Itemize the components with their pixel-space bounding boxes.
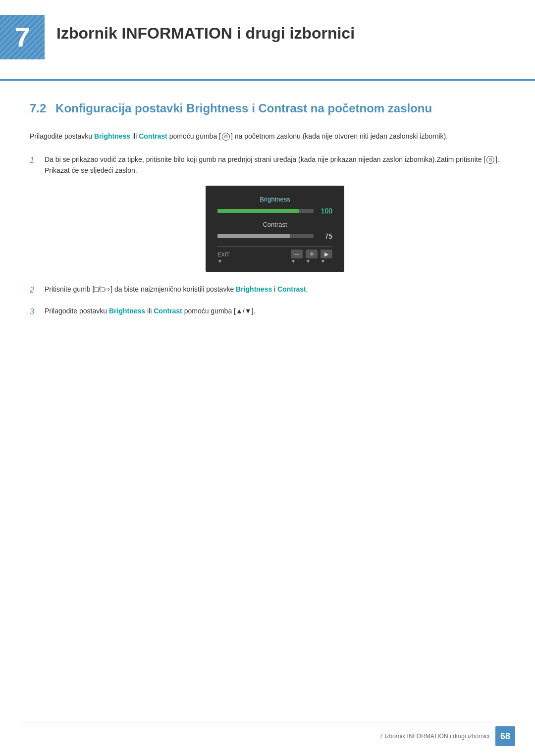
list-item-3: 3 Prilagodite postavku Brightness ili Co… <box>30 305 505 318</box>
osd-brightness-value: 100 <box>319 207 332 215</box>
section-title: 7.2 Konfiguracija postavki Brightness i … <box>30 101 505 116</box>
exit-arrow: ▼ <box>217 258 229 264</box>
page-footer: 7 Izbornik INFORMATION i drugi izbornici… <box>20 722 515 746</box>
page-header: 7 Izbornik INFORMATION i drugi izbornici <box>0 0 535 69</box>
circle-button-icon: ⊙ <box>222 133 230 141</box>
osd-brightness-label: Brightness <box>217 196 332 203</box>
btn1-area: — ▼ <box>291 250 303 264</box>
list-number-1: 1 <box>30 154 45 167</box>
list-item-2: 2 Pritisnite gumb [□/□⇨] da biste naizmj… <box>30 284 505 297</box>
osd-exit-area: EXIT ▼ <box>217 250 229 264</box>
osd-contrast-fill <box>217 234 290 238</box>
chapter-number: 7 <box>14 23 30 51</box>
contrast-label-inline: Contrast <box>139 132 167 140</box>
osd-diagram: Brightness 100 Contrast 75 EXIT ▼ <box>45 186 505 272</box>
osd-exit-label: EXIT <box>217 252 229 257</box>
btn3-arrow: ▼ <box>321 258 332 264</box>
osd-btn-plus: ✛ <box>306 250 318 258</box>
osd-footer: EXIT ▼ — ▼ ✛ ▼ ▶ ▼ <box>217 246 332 264</box>
chapter-title: Izbornik INFORMATION i drugi izbornici <box>45 15 355 43</box>
list-text-3: Prilagodite postavku Brightness ili Cont… <box>45 305 505 316</box>
brightness-label-inline: Brightness <box>94 132 130 140</box>
footer-chapter-text: 7 Izbornik INFORMATION i drugi izbornici <box>379 733 489 740</box>
osd-brightness-track <box>217 209 314 213</box>
page-content: 7.2 Konfiguracija postavki Brightness i … <box>0 101 535 318</box>
header-divider <box>0 79 535 81</box>
list-text-2: Pritisnite gumb [□/□⇨] da biste naizmjen… <box>45 284 505 295</box>
osd-contrast-bar-row: 75 <box>217 232 332 240</box>
osd-contrast-label: Contrast <box>217 221 332 228</box>
list-number-3: 3 <box>30 305 45 318</box>
list-text-1: Da bi se prikazao vodič za tipke, pritis… <box>45 154 505 176</box>
brightness-ref-3: Brightness <box>109 307 145 315</box>
osd-contrast-value: 75 <box>319 232 332 240</box>
btn2-arrow: ▼ <box>306 258 318 264</box>
btn1-arrow: ▼ <box>291 258 303 264</box>
osd-btn-menu: ▶ <box>321 250 332 258</box>
osd-btn-minus: — <box>291 250 303 258</box>
osd-display: Brightness 100 Contrast 75 EXIT ▼ <box>206 186 344 272</box>
brightness-ref-2: Brightness <box>236 285 272 293</box>
footer-page-number: 68 <box>495 726 515 746</box>
circle-btn-icon: ⊙ <box>486 156 494 164</box>
contrast-ref-2: Contrast <box>277 285 306 293</box>
chapter-box: 7 <box>0 15 45 59</box>
list-number-2: 2 <box>30 284 45 297</box>
osd-brightness-fill <box>217 209 299 213</box>
contrast-ref-3: Contrast <box>154 307 182 315</box>
btn2-area: ✛ ▼ <box>306 250 318 264</box>
osd-contrast-track <box>217 234 314 238</box>
intro-paragraph: Prilagodite postavku Brightness ili Cont… <box>30 131 505 142</box>
osd-brightness-bar-row: 100 <box>217 207 332 215</box>
list-item-1: 1 Da bi se prikazao vodič za tipke, prit… <box>30 154 505 176</box>
osd-btn-group: — ▼ ✛ ▼ ▶ ▼ <box>291 250 332 264</box>
btn3-area: ▶ ▼ <box>321 250 332 264</box>
